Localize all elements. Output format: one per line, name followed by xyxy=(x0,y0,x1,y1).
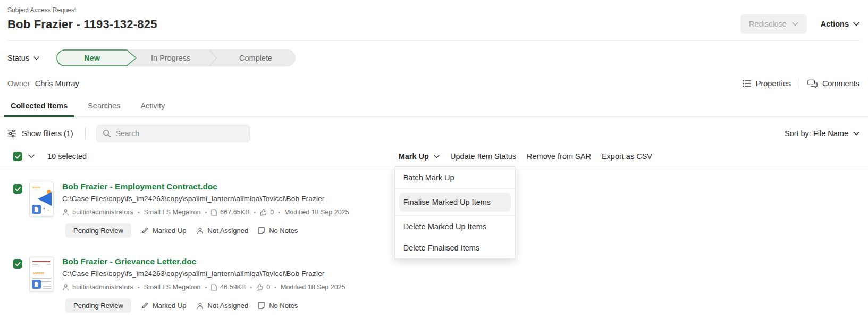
menu-item-delete-marked-up-items[interactable]: Delete Marked Up Items xyxy=(395,216,515,237)
notes-status-label: No Notes xyxy=(269,302,298,310)
item-source: Small FS Megatron xyxy=(144,283,201,291)
divider xyxy=(799,78,799,89)
chevron-down-icon xyxy=(853,22,859,26)
subject-access-request-page: Subject Access Request Bob Frazier - 119… xyxy=(0,0,868,334)
tab-collected-items[interactable]: Collected Items xyxy=(4,98,74,117)
item-status-badges: Pending Review Marked Up Not Assigned No… xyxy=(65,298,868,313)
doc-file-type-icon xyxy=(32,205,41,214)
show-filters-button[interactable]: Show filters (1) xyxy=(7,129,73,138)
mark-up-menu: Batch Mark Up Finalise Marked Up Items D… xyxy=(394,166,516,259)
notes-status-label: No Notes xyxy=(269,227,298,235)
filter-sliders-icon xyxy=(7,129,16,138)
assignment-status-label: Not Assigned xyxy=(208,227,249,235)
list-properties-icon xyxy=(743,80,751,87)
sort-by-label: Sort by: File Name xyxy=(785,129,848,138)
item-checkbox[interactable] xyxy=(13,184,22,194)
status-step-label: In Progress xyxy=(151,54,190,62)
pencil-icon xyxy=(141,302,148,309)
owner-label: Owner xyxy=(7,79,30,88)
status-step-new[interactable]: New xyxy=(56,49,137,66)
selected-count: 10 selected xyxy=(47,152,87,161)
properties-button[interactable]: Properties xyxy=(743,79,791,88)
actions-button[interactable]: Actions xyxy=(821,20,859,28)
chevron-down-icon xyxy=(434,155,440,158)
person-icon xyxy=(197,302,204,310)
chevron-down-icon xyxy=(792,22,798,26)
select-all-dropdown[interactable] xyxy=(28,154,35,158)
sort-by-dropdown[interactable]: Sort by: File Name xyxy=(785,129,859,138)
comments-label: Comments xyxy=(822,79,859,88)
thumbs-up-icon xyxy=(260,209,267,216)
status-step-label: New xyxy=(56,49,128,66)
comments-button[interactable]: Comments xyxy=(807,79,859,88)
selection-bar: 10 selected Mark Up Batch Mark Up Finali… xyxy=(0,152,868,170)
pencil-icon xyxy=(141,227,148,234)
breadcrumb[interactable]: Subject Access Request xyxy=(7,6,859,14)
thumbs-up-icon xyxy=(256,284,263,291)
owner-name: Chris Murray xyxy=(35,79,79,88)
mark-up-dropdown[interactable]: Mark Up Batch Mark Up Finalise Marked Up… xyxy=(399,152,440,161)
thumbnail-decoration xyxy=(38,192,52,206)
check-icon xyxy=(15,262,21,266)
tab-activity[interactable]: Activity xyxy=(134,98,171,117)
status-label: Status xyxy=(7,54,29,62)
status-row: Status New In Progress Complete xyxy=(0,41,868,66)
status-badge: Pending Review xyxy=(65,223,131,238)
tab-bar: Collected Items Searches Activity xyxy=(0,98,868,117)
list-item: ASPOSE Bob Frazier - Grievance Letter.do… xyxy=(0,257,868,313)
comments-icon xyxy=(807,79,818,88)
status-dropdown[interactable]: Status xyxy=(7,54,39,62)
file-name-link[interactable]: Bob Frazier - Employment Contract.doc xyxy=(62,182,349,191)
status-step-label: Complete xyxy=(239,54,272,62)
status-step-in-progress[interactable]: In Progress xyxy=(131,54,210,62)
item-owner: builtin\administrators xyxy=(72,208,133,216)
person-icon xyxy=(62,208,69,216)
item-owner: builtin\administrators xyxy=(72,283,133,291)
thumbnail-watermark: ASPOSE xyxy=(33,272,44,275)
file-path-link[interactable]: C:\Case Files\copy\fs_im24263\copy\spaii… xyxy=(62,270,325,278)
list-toolbar: Show filters (1) Sort by: File Name xyxy=(0,125,868,142)
menu-item-finalise-marked-up-items[interactable]: Finalise Marked Up Items xyxy=(399,193,511,212)
menu-item-delete-finalised-items[interactable]: Delete Finalised Items xyxy=(395,237,515,258)
redisclose-button[interactable]: Redisclose xyxy=(740,14,807,34)
properties-label: Properties xyxy=(756,79,791,88)
bulk-actions: Mark Up Batch Mark Up Finalise Marked Up… xyxy=(399,152,652,161)
check-icon xyxy=(15,154,21,159)
file-icon xyxy=(211,209,217,216)
status-step-complete[interactable]: Complete xyxy=(216,54,295,62)
show-filters-label: Show filters (1) xyxy=(22,129,73,138)
document-thumbnail[interactable]: ASPOSE xyxy=(29,257,54,291)
document-thumbnail[interactable]: tovico xyxy=(29,182,54,216)
item-size: 46.59KB xyxy=(220,283,246,291)
update-item-status-button[interactable]: Update Item Status xyxy=(450,152,516,161)
item-size: 667.65KB xyxy=(220,208,249,216)
owner-row: Owner Chris Murray Properties Comments xyxy=(0,66,868,89)
tab-searches[interactable]: Searches xyxy=(81,98,127,117)
person-icon xyxy=(197,227,204,235)
item-checkbox[interactable] xyxy=(13,259,22,269)
item-modified: Modified 18 Sep 2025 xyxy=(281,283,345,291)
file-name-link[interactable]: Bob Frazier - Grievance Letter.doc xyxy=(62,257,345,266)
page-header: Subject Access Request Bob Frazier - 119… xyxy=(0,0,868,41)
item-metadata: builtin\administrators Small FS Megatron… xyxy=(62,283,345,291)
redisclose-label: Redisclose xyxy=(749,20,787,28)
chevron-down-icon xyxy=(33,56,39,60)
export-as-csv-button[interactable]: Export as CSV xyxy=(602,152,652,161)
select-all-checkbox[interactable] xyxy=(13,152,22,161)
doc-file-type-icon xyxy=(32,280,41,289)
status-stepper: New In Progress Complete xyxy=(56,49,296,66)
item-likes-count: 0 xyxy=(266,283,270,291)
status-badge: Pending Review xyxy=(65,298,131,313)
file-icon xyxy=(211,284,217,291)
remove-from-sar-button[interactable]: Remove from SAR xyxy=(527,152,591,161)
chevron-down-icon xyxy=(28,154,35,158)
markup-status-label: Marked Up xyxy=(153,227,187,235)
search-input[interactable] xyxy=(96,125,250,142)
assignment-status-label: Not Assigned xyxy=(208,302,249,310)
mark-up-label: Mark Up xyxy=(399,152,429,161)
menu-item-batch-mark-up[interactable]: Batch Mark Up xyxy=(395,167,515,188)
item-likes-count: 0 xyxy=(270,208,274,216)
file-path-link[interactable]: C:\Case Files\copy\fs_im24263\copy\spaii… xyxy=(62,195,325,203)
check-icon xyxy=(15,187,21,191)
actions-label: Actions xyxy=(821,20,849,28)
